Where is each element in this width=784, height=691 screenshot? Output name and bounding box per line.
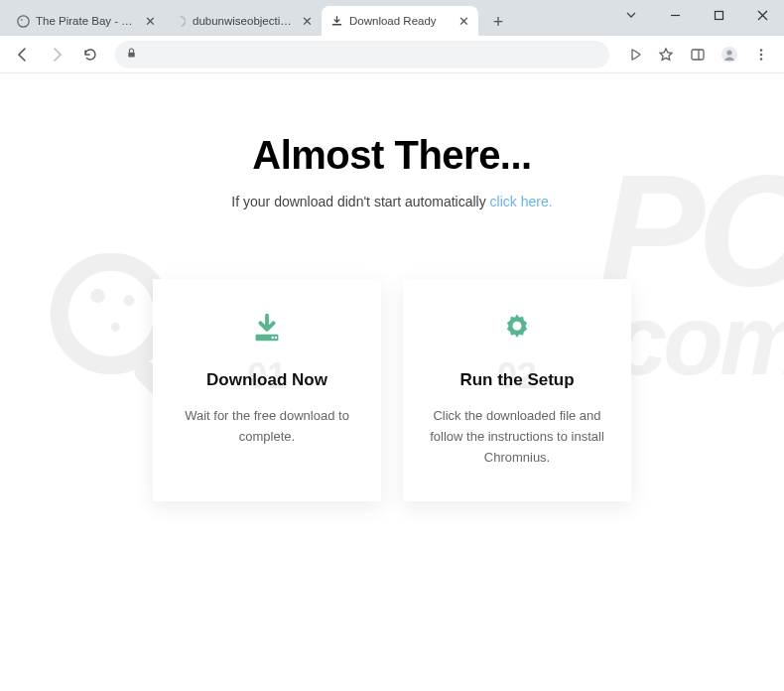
svg-point-11 xyxy=(760,53,763,56)
lock-icon xyxy=(125,47,138,63)
card-title: Download Now xyxy=(175,370,359,390)
svg-point-1 xyxy=(21,19,23,21)
minimize-button[interactable] xyxy=(653,0,697,30)
tab-2[interactable]: Download Ready ✕ xyxy=(322,6,478,36)
card-description: Wait for the free download to complete. xyxy=(175,406,359,448)
profile-button[interactable] xyxy=(715,40,744,69)
svg-point-20 xyxy=(275,337,277,339)
close-window-button[interactable] xyxy=(740,0,784,30)
svg-rect-5 xyxy=(128,52,135,57)
tpb-favicon-icon xyxy=(16,14,30,28)
share-button[interactable] xyxy=(619,40,649,69)
browser-titlebar: The Pirate Bay - The galaxy's mo ✕ dubun… xyxy=(0,0,784,36)
download-favicon-icon xyxy=(329,14,343,28)
address-bar[interactable] xyxy=(115,41,609,69)
svg-point-12 xyxy=(760,58,763,61)
card-title: Run the Setup xyxy=(425,370,609,390)
forward-button[interactable] xyxy=(42,40,71,69)
tab-title: Download Ready xyxy=(349,15,451,27)
svg-point-19 xyxy=(271,337,273,339)
card-description: Click the downloaded file and follow the… xyxy=(425,406,609,468)
svg-point-9 xyxy=(726,50,731,55)
svg-point-0 xyxy=(17,15,28,26)
gear-icon xyxy=(425,307,609,350)
side-panel-button[interactable] xyxy=(683,40,713,69)
tab-0[interactable]: The Pirate Bay - The galaxy's mo ✕ xyxy=(8,6,165,36)
svg-rect-4 xyxy=(715,11,722,19)
hero-title: Almost There... xyxy=(40,133,744,178)
loading-favicon-icon xyxy=(173,14,187,28)
tab-title: dubunwiseobjections.com/27e4 xyxy=(193,15,294,27)
svg-point-2 xyxy=(175,16,185,26)
bookmark-button[interactable] xyxy=(651,40,681,69)
close-icon[interactable]: ✕ xyxy=(143,14,157,28)
svg-point-21 xyxy=(513,322,522,331)
window-dropdown-button[interactable] xyxy=(609,0,653,30)
menu-button[interactable] xyxy=(746,40,776,69)
page-content: PC risk.com Almost There... If your down… xyxy=(0,73,784,691)
tab-title: The Pirate Bay - The galaxy's mo xyxy=(36,15,137,27)
address-bar-row xyxy=(0,36,784,73)
tab-1[interactable]: dubunwiseobjections.com/27e4 ✕ xyxy=(165,6,322,36)
svg-point-10 xyxy=(760,49,763,52)
svg-rect-6 xyxy=(692,50,704,60)
step-card-download: 01 Download Now Wait for the free downlo… xyxy=(153,279,381,501)
download-icon xyxy=(175,307,359,350)
close-icon[interactable]: ✕ xyxy=(457,14,470,28)
reload-button[interactable] xyxy=(75,40,105,69)
maximize-button[interactable] xyxy=(697,0,740,30)
hero-subtext: If your download didn't start automatica… xyxy=(40,194,744,209)
back-button[interactable] xyxy=(8,40,38,69)
close-icon[interactable]: ✕ xyxy=(300,14,314,28)
click-here-link[interactable]: click here. xyxy=(490,194,553,209)
new-tab-button[interactable]: + xyxy=(484,8,512,36)
hero-subtext-text: If your download didn't start automatica… xyxy=(231,194,489,209)
step-card-setup: 02 Run the Setup Click the downloaded fi… xyxy=(403,279,631,501)
